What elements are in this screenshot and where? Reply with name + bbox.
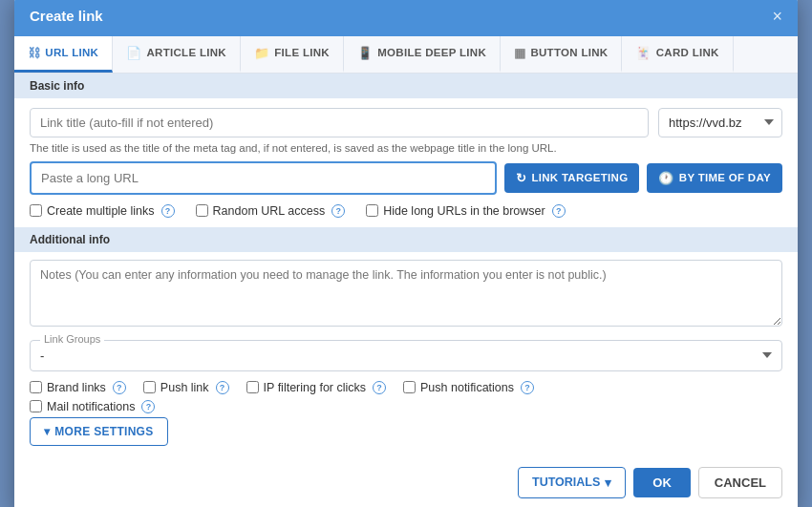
ip-filtering-help-icon[interactable]: ? — [373, 381, 386, 394]
url-row: ↻ LINK TARGETING 🕐 BY TIME OF DAY — [30, 161, 782, 195]
card-link-icon: 🃏 — [635, 46, 651, 60]
long-url-input[interactable] — [30, 161, 497, 195]
additional-info-section-header: Additional info — [14, 227, 798, 252]
brand-links-checkbox[interactable]: Brand links ? — [30, 381, 126, 394]
modal-footer: TUTORIALS ▾ OK CANCEL — [14, 457, 798, 508]
mail-notifications-checkbox[interactable]: Mail notifications ? — [30, 400, 155, 413]
tutorials-chevron-icon: ▾ — [605, 475, 611, 490]
link-groups-select[interactable]: - — [31, 341, 781, 370]
tab-button-link[interactable]: ▦ BUTTON LINK — [501, 36, 622, 73]
link-groups-box: Link Groups - — [30, 340, 782, 371]
tab-url-link[interactable]: ⛓ URL LINK — [14, 36, 113, 73]
chevron-down-icon: ▾ — [44, 425, 50, 438]
push-notifications-help-icon[interactable]: ? — [521, 381, 534, 394]
link-groups-label: Link Groups — [40, 333, 104, 345]
mail-notifications-input[interactable] — [30, 400, 42, 412]
create-multiple-help-icon[interactable]: ? — [161, 204, 175, 218]
close-button[interactable]: × — [772, 8, 782, 25]
hide-long-urls-help-icon[interactable]: ? — [552, 204, 566, 218]
push-link-checkbox[interactable]: Push link ? — [143, 381, 229, 394]
push-link-input[interactable] — [143, 381, 156, 393]
create-multiple-links-checkbox[interactable]: Create multiple links ? — [30, 204, 175, 218]
title-hint: The title is used as the title of the me… — [30, 142, 782, 154]
ok-button[interactable]: OK — [633, 468, 691, 497]
checkboxes-row: Create multiple links ? Random URL acces… — [30, 204, 782, 218]
modal-header: Create link × — [14, 0, 798, 36]
options-row: Brand links ? Push link ? IP filtering f… — [30, 381, 782, 394]
random-url-access-checkbox[interactable]: Random URL access ? — [196, 204, 346, 218]
random-url-help-icon[interactable]: ? — [331, 204, 345, 218]
tab-article-link[interactable]: 📄 ARTICLE LINK — [113, 36, 241, 73]
ip-filtering-checkbox[interactable]: IP filtering for clicks ? — [246, 381, 386, 394]
tab-bar: ⛓ URL LINK 📄 ARTICLE LINK 📁 FILE LINK 📱 … — [14, 36, 798, 74]
tab-file-link[interactable]: 📁 FILE LINK — [241, 36, 344, 73]
push-notifications-checkbox[interactable]: Push notifications ? — [403, 381, 534, 394]
mobile-deep-link-icon: 📱 — [357, 46, 373, 60]
ip-filtering-input[interactable] — [246, 381, 259, 393]
tutorials-button[interactable]: TUTORIALS ▾ — [518, 467, 626, 498]
tab-mobile-deep-link[interactable]: 📱 MOBILE DEEP LINK — [344, 36, 501, 73]
domain-select[interactable]: https://vvd.bz — [658, 108, 782, 137]
modal-body: Basic info https://vvd.bz The title is u… — [14, 74, 798, 457]
file-link-icon: 📁 — [254, 46, 269, 60]
modal-title: Create link — [30, 8, 103, 24]
clock-icon: 🕐 — [658, 171, 673, 185]
brand-links-help-icon[interactable]: ? — [113, 381, 126, 394]
options-row2: Mail notifications ? — [30, 400, 782, 413]
targeting-icon: ↻ — [516, 171, 526, 185]
push-link-help-icon[interactable]: ? — [216, 381, 229, 394]
mail-notifications-help-icon[interactable]: ? — [141, 400, 155, 413]
random-url-access-input[interactable] — [196, 204, 208, 217]
create-multiple-links-input[interactable] — [30, 204, 42, 217]
time-of-day-button[interactable]: 🕐 BY TIME OF DAY — [647, 163, 782, 193]
button-link-icon: ▦ — [514, 46, 525, 60]
hide-long-urls-checkbox[interactable]: Hide long URLs in the browser ? — [366, 204, 566, 218]
more-settings-button[interactable]: ▾ MORE SETTINGS — [30, 417, 168, 446]
notes-textarea[interactable] — [30, 260, 782, 327]
create-link-modal: Create link × ⛓ URL LINK 📄 ARTICLE LINK … — [14, 0, 798, 507]
link-title-input[interactable] — [30, 108, 649, 137]
basic-info-section-header: Basic info — [14, 74, 798, 98]
tab-card-link[interactable]: 🃏 CARD LINK — [622, 36, 733, 73]
more-settings-row: ▾ MORE SETTINGS — [30, 417, 782, 446]
cancel-button[interactable]: CANCEL — [698, 467, 782, 498]
hide-long-urls-input[interactable] — [366, 204, 378, 217]
link-targeting-button[interactable]: ↻ LINK TARGETING — [504, 163, 639, 193]
url-link-icon: ⛓ — [28, 46, 40, 60]
article-link-icon: 📄 — [126, 46, 141, 60]
title-domain-row: https://vvd.bz — [30, 108, 782, 137]
brand-links-input[interactable] — [30, 381, 42, 393]
push-notifications-input[interactable] — [403, 381, 416, 393]
